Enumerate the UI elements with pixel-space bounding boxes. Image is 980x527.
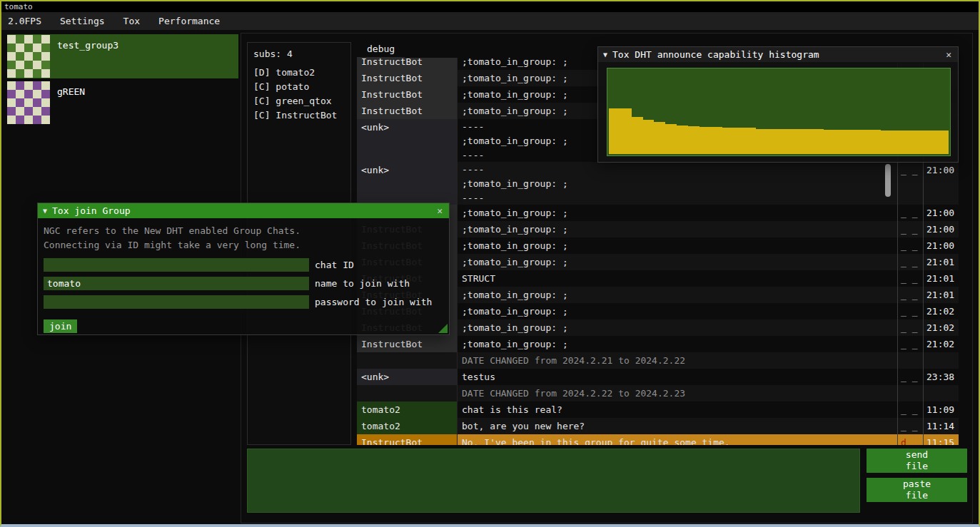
chat-row-message: ;tomato_in_group: ;	[457, 254, 897, 270]
collapse-arrow-icon[interactable]: ▼	[603, 51, 607, 58]
histogram-bar	[643, 120, 655, 154]
histogram-bar	[722, 128, 734, 154]
join-info-line: NGC refers to the New DHT enabled Group …	[44, 224, 443, 238]
message-line: ;tomato_in_group: ;	[462, 237, 893, 254]
chat-row-time: 11:14	[923, 418, 959, 434]
histogram-bar	[779, 129, 790, 154]
group-item-gREEN[interactable]: gREEN	[7, 81, 238, 125]
histogram-bar	[665, 124, 677, 154]
chat-row-flags: _ _	[897, 270, 923, 287]
subs-list-item[interactable]: [D] tomato2	[253, 66, 345, 80]
chat-row-time: 21:00	[923, 237, 959, 254]
chat-row-sender: <unk>	[357, 119, 457, 162]
histogram-bar	[914, 131, 926, 154]
chat-id-input[interactable]	[44, 258, 309, 272]
chat-row-sender: InstructBot	[357, 70, 457, 86]
histogram-bar	[756, 129, 767, 154]
message-line: ;tomato_in_group: ;	[462, 176, 893, 190]
join-password-input[interactable]	[44, 295, 309, 309]
join-window-titlebar[interactable]: ▼ Tox join Group ✕	[38, 203, 449, 218]
join-name-input[interactable]	[44, 277, 309, 290]
message-input[interactable]	[247, 449, 860, 513]
chat-id-label: chat ID	[315, 260, 354, 270]
menu-item-performance[interactable]: Performance	[149, 12, 229, 30]
chat-row-sender: tomato2	[357, 401, 457, 418]
group-label: gREEN	[50, 81, 92, 125]
histogram-bar	[903, 131, 914, 154]
group-item-test_group3[interactable]: test_group3	[7, 34, 238, 78]
histogram-bar	[926, 131, 937, 154]
message-line: ----	[462, 190, 893, 205]
chat-message-row[interactable]: <unk>----;tomato_in_group: ;----_ _21:00	[357, 162, 959, 205]
chat-row-sender	[357, 352, 457, 369]
chat-row-flags: d	[897, 434, 923, 445]
join-fields: chat IDname to join withpassword to join…	[44, 258, 443, 309]
chat-row-time: 21:01	[923, 270, 959, 287]
date-changed-row: DATE CHANGED from 2024.2.21 to 2024.2.22	[357, 352, 959, 369]
histogram-bar	[802, 129, 813, 154]
message-line: chat is this real?	[462, 401, 893, 418]
chat-row-time: 21:01	[923, 254, 959, 270]
histogram-bar	[835, 130, 847, 154]
menu-item-2-0fps[interactable]: 2.0FPS	[1, 12, 51, 30]
chat-row-sender: InstructBot	[357, 103, 457, 119]
histogram-bar	[858, 130, 869, 154]
subs-list-item[interactable]: [C] green_qtox	[253, 94, 345, 108]
close-icon[interactable]: ✕	[435, 205, 444, 216]
subs-list-item[interactable]: [C] potato	[253, 80, 345, 94]
histogram-bar	[688, 126, 699, 154]
histogram-bar	[632, 117, 643, 154]
menu-bar: 2.0FPSSettingsToxPerformance	[1, 12, 979, 30]
group-avatar	[7, 35, 50, 78]
resize-grip[interactable]	[438, 324, 448, 333]
histogram-bar	[937, 131, 949, 154]
chat-row-flags: _ _	[897, 221, 923, 237]
join-button[interactable]: join	[44, 319, 77, 333]
chat-scrollbar-thumb[interactable]	[885, 164, 891, 197]
histogram-bar	[620, 108, 632, 154]
chat-row-message: ;tomato_in_group: ;	[457, 336, 897, 352]
histogram-bar	[869, 130, 881, 154]
send-file-button[interactable]: sendfile	[867, 449, 967, 473]
collapse-arrow-icon[interactable]: ▼	[43, 207, 47, 215]
group-label: test_group3	[50, 34, 126, 78]
chat-message-row[interactable]: <unk>testus_ _23:38	[357, 369, 959, 385]
chat-row-message: ;tomato_in_group: ;	[457, 287, 897, 303]
join-group-window: ▼ Tox join Group ✕ NGC refers to the New…	[37, 203, 450, 335]
tab-debug[interactable]: debug	[357, 41, 405, 58]
message-line: ;tomato_in_group: ;	[462, 287, 893, 303]
histogram-window-titlebar[interactable]: ▼ Tox DHT announce capability histogram …	[598, 47, 958, 62]
chat-row-flags	[897, 352, 923, 369]
histogram-bar	[699, 127, 711, 154]
menu-item-tox[interactable]: Tox	[114, 12, 149, 30]
chat-row-message: bot, are you new here?	[457, 418, 897, 434]
chat-message-row[interactable]: tomato2bot, are you new here?_ _11:14	[357, 418, 959, 434]
chat-row-sender: InstructBot	[357, 86, 457, 103]
chat-row-flags: _ _	[897, 336, 923, 352]
date-changed-row: DATE CHANGED from 2024.2.22 to 2024.2.23	[357, 385, 959, 401]
message-line: ;tomato_in_group: ;	[462, 319, 893, 336]
chat-row-time: 23:38	[923, 369, 959, 385]
chat-row-sender	[357, 385, 457, 401]
histogram-window: ▼ Tox DHT announce capability histogram …	[597, 46, 959, 163]
file-buttons: sendfilepastefile	[867, 449, 967, 502]
chat-row-sender: <unk>	[357, 162, 457, 205]
chat-row-message: STRUCT	[457, 270, 897, 287]
histogram-bar	[812, 129, 824, 154]
subs-list-item[interactable]: [C] InstructBot	[253, 108, 345, 123]
join-window-title: Tox join Group	[52, 205, 430, 216]
chat-row-flags: _ _	[897, 205, 923, 221]
chat-row-time	[923, 352, 959, 369]
chat-row-time: 21:02	[923, 319, 959, 336]
message-line: ;tomato_in_group: ;	[462, 221, 893, 237]
join-field-row: name to join with	[44, 277, 443, 290]
close-icon[interactable]: ✕	[944, 49, 953, 60]
window-titlebar[interactable]: tomato	[1, 1, 979, 12]
chat-message-row[interactable]: InstructBotNo, I've been in this group f…	[357, 434, 959, 445]
menu-item-settings[interactable]: Settings	[51, 12, 114, 30]
chat-row-time: 21:00	[923, 205, 959, 221]
chat-row-message: ;tomato_in_group: ;	[457, 205, 897, 221]
paste-file-button[interactable]: pastefile	[867, 478, 967, 502]
chat-message-row[interactable]: tomato2chat is this real?_ _11:09	[357, 401, 959, 418]
join-name-label: name to join with	[315, 278, 410, 289]
